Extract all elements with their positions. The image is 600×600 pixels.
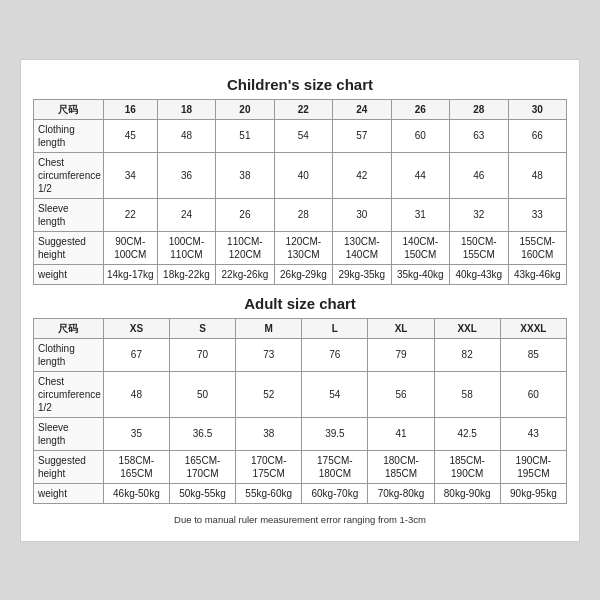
column-header: 26 [391,99,449,119]
column-header: XS [103,318,169,338]
size-chart-card: Children's size chart 尺码1618202224262830… [20,59,580,542]
column-header: 28 [450,99,508,119]
cell-value: 170CM-175CM [236,450,302,483]
cell-value: 60kg-70kg [302,483,368,503]
cell-value: 56 [368,371,434,417]
cell-value: 39.5 [302,417,368,450]
cell-value: 42 [333,152,391,198]
column-header: XXXL [500,318,566,338]
table-row: Sleeve length3536.53839.54142.543 [34,417,567,450]
cell-value: 82 [434,338,500,371]
cell-value: 63 [450,119,508,152]
cell-value: 120CM-130CM [274,231,332,264]
row-label: Chest circumference 1/2 [34,371,104,417]
cell-value: 42.5 [434,417,500,450]
cell-value: 40 [274,152,332,198]
cell-value: 66 [508,119,566,152]
cell-value: 43kg-46kg [508,264,566,284]
table-row: Sleeve length2224262830313233 [34,198,567,231]
cell-value: 155CM-160CM [508,231,566,264]
row-label: weight [34,483,104,503]
column-header: 18 [157,99,215,119]
cell-value: 80kg-90kg [434,483,500,503]
cell-value: 35kg-40kg [391,264,449,284]
adult-chart-title: Adult size chart [33,295,567,312]
cell-value: 58 [434,371,500,417]
column-header: XL [368,318,434,338]
cell-value: 46kg-50kg [103,483,169,503]
cell-value: 79 [368,338,434,371]
cell-value: 36 [157,152,215,198]
cell-value: 73 [236,338,302,371]
row-label: Sleeve length [34,417,104,450]
cell-value: 48 [157,119,215,152]
cell-value: 180CM-185CM [368,450,434,483]
cell-value: 70 [169,338,235,371]
column-header: XXL [434,318,500,338]
column-header: M [236,318,302,338]
cell-value: 85 [500,338,566,371]
cell-value: 150CM-155CM [450,231,508,264]
cell-value: 28 [274,198,332,231]
cell-value: 44 [391,152,449,198]
column-header: S [169,318,235,338]
cell-value: 60 [500,371,566,417]
cell-value: 32 [450,198,508,231]
table-row: Chest circumference 1/248505254565860 [34,371,567,417]
cell-value: 54 [274,119,332,152]
cell-value: 165CM-170CM [169,450,235,483]
cell-value: 30 [333,198,391,231]
cell-value: 57 [333,119,391,152]
table-row: Clothing length4548515457606366 [34,119,567,152]
cell-value: 18kg-22kg [157,264,215,284]
column-header: L [302,318,368,338]
cell-value: 38 [236,417,302,450]
cell-value: 76 [302,338,368,371]
cell-value: 67 [103,338,169,371]
cell-value: 185CM-190CM [434,450,500,483]
cell-value: 24 [157,198,215,231]
table-row: Suggested height158CM-165CM165CM-170CM17… [34,450,567,483]
column-header: 22 [274,99,332,119]
children-size-table: 尺码1618202224262830 Clothing length454851… [33,99,567,285]
cell-value: 158CM-165CM [103,450,169,483]
cell-value: 175CM-180CM [302,450,368,483]
column-header: 尺码 [34,318,104,338]
column-header: 20 [216,99,274,119]
row-label: Suggested height [34,450,104,483]
cell-value: 43 [500,417,566,450]
table-row: weight14kg-17kg18kg-22kg22kg-26kg26kg-29… [34,264,567,284]
measurement-note: Due to manual ruler measurement error ra… [33,514,567,525]
cell-value: 14kg-17kg [103,264,157,284]
cell-value: 46 [450,152,508,198]
cell-value: 41 [368,417,434,450]
cell-value: 100CM-110CM [157,231,215,264]
cell-value: 90CM-100CM [103,231,157,264]
table-row: Chest circumference 1/23436384042444648 [34,152,567,198]
cell-value: 50kg-55kg [169,483,235,503]
cell-value: 26kg-29kg [274,264,332,284]
column-header: 尺码 [34,99,104,119]
cell-value: 52 [236,371,302,417]
cell-value: 190CM-195CM [500,450,566,483]
cell-value: 140CM-150CM [391,231,449,264]
cell-value: 26 [216,198,274,231]
cell-value: 55kg-60kg [236,483,302,503]
cell-value: 34 [103,152,157,198]
cell-value: 38 [216,152,274,198]
row-label: Suggested height [34,231,104,264]
row-label: Chest circumference 1/2 [34,152,104,198]
table-row: weight46kg-50kg50kg-55kg55kg-60kg60kg-70… [34,483,567,503]
row-label: Sleeve length [34,198,104,231]
cell-value: 60 [391,119,449,152]
cell-value: 31 [391,198,449,231]
cell-value: 22 [103,198,157,231]
column-header: 30 [508,99,566,119]
children-chart-title: Children's size chart [33,76,567,93]
row-label: weight [34,264,104,284]
cell-value: 50 [169,371,235,417]
cell-value: 45 [103,119,157,152]
cell-value: 35 [103,417,169,450]
cell-value: 33 [508,198,566,231]
cell-value: 48 [508,152,566,198]
